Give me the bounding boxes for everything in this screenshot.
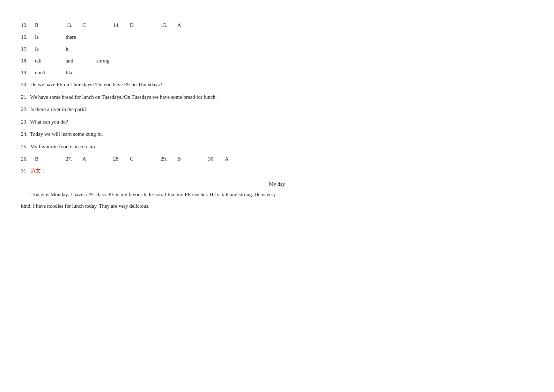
- answer-29: B: [177, 155, 198, 163]
- sentence-20-text: Do we have PE on Thursdays?/Do you have …: [30, 82, 162, 87]
- answer-28: C: [130, 155, 151, 163]
- answer-30-num: 30.: [208, 155, 215, 163]
- answer-26: B: [35, 155, 56, 163]
- answer-14-num: 14.: [113, 21, 120, 29]
- sentence-24-num: 24.: [21, 131, 28, 137]
- answer-31-label-row: 31. 范文：: [21, 167, 533, 175]
- answer-17-w2: it: [66, 45, 87, 53]
- sentence-24-text: Today we will learn some kung fu.: [30, 131, 103, 137]
- sentence-23-text: What can you do?: [30, 119, 68, 125]
- answer-17-words: Is it: [35, 45, 87, 53]
- answers-row-17: 17. Is it: [21, 45, 533, 53]
- sentence-22-num: 22.: [21, 106, 28, 112]
- answer-17-num: 17.: [21, 45, 35, 53]
- answer-29-num: 29.: [161, 155, 168, 163]
- answers-row-26-30: 26. B 27. A 28. C 29. B 30. A: [21, 155, 533, 163]
- answer-31-num: 31.: [21, 168, 28, 173]
- sentence-25: 25. My favourite food is ice cream.: [21, 142, 533, 151]
- answer-19-num: 19.: [21, 68, 35, 77]
- answer-28-num: 28.: [113, 155, 120, 163]
- answers-row-19: 19. don't like: [21, 68, 533, 77]
- answer-13: C: [82, 21, 103, 29]
- essay-para1: Today is Monday. I have a PE class. PE i…: [21, 190, 533, 199]
- answer-18-w1: tall: [35, 57, 56, 65]
- answers-26-30-group: B 27. A 28. C 29. B 30. A: [35, 155, 246, 163]
- answer-27: A: [82, 155, 103, 163]
- sentence-22: 22. Is there a river in the park?: [21, 105, 533, 114]
- sentence-21-text: We have some bread for lunch on Tuesdays…: [30, 94, 217, 100]
- sentence-25-num: 25.: [21, 144, 28, 149]
- sentence-25-text: My favourite food is ice cream.: [30, 144, 96, 149]
- answer-19-words: don't like: [35, 68, 87, 77]
- sentence-24: 24. Today we will learn some kung fu.: [21, 130, 533, 139]
- sentence-21: 21. We have some bread for lunch on Tues…: [21, 93, 533, 102]
- answer-16-words: Is there: [35, 33, 87, 41]
- answer-16-w2: there: [66, 33, 87, 41]
- answers-12-15-group: B 13. C 14. D 15. A: [35, 21, 198, 29]
- answer-12-num: 12.: [21, 21, 35, 29]
- answer-14: D: [130, 21, 151, 29]
- answer-26-num: 26.: [21, 155, 35, 163]
- answers-row-12-15: 12. B 13. C 14. D 15. A: [21, 21, 533, 29]
- answer-19-w1: don't: [35, 68, 56, 77]
- answer-30: A: [225, 155, 246, 163]
- sentence-23: 23. What can you do?: [21, 118, 533, 127]
- answer-16-w1: Is: [35, 33, 56, 41]
- answers-row-18: 18. tall and strong: [21, 57, 533, 65]
- answer-18-w3: strong: [96, 57, 117, 65]
- sentence-21-num: 21.: [21, 94, 28, 100]
- sentence-23-num: 23.: [21, 119, 28, 125]
- answer-18-num: 18.: [21, 57, 35, 65]
- answer-27-num: 27.: [66, 155, 73, 163]
- sentence-22-text: Is there a river in the park?: [30, 106, 87, 112]
- answer-18-w2: and: [66, 57, 87, 65]
- answer-17-w1: Is: [35, 45, 56, 53]
- answer-15-num: 15.: [161, 21, 168, 29]
- answers-row-16: 16. Is there: [21, 33, 533, 41]
- sentence-20: 20. Do we have PE on Thursdays?/Do you h…: [21, 80, 533, 89]
- answer-12: B: [35, 21, 56, 29]
- answer-16-num: 16.: [21, 33, 35, 41]
- answer-18-words: tall and strong: [35, 57, 117, 65]
- answer-31-chinese: 范文：: [30, 168, 46, 173]
- essay-title: My day: [21, 181, 533, 187]
- sentence-20-num: 20.: [21, 82, 28, 87]
- answer-19-w2: like: [66, 68, 87, 77]
- answer-13-num: 13.: [66, 21, 73, 29]
- answer-15: A: [177, 21, 198, 29]
- essay-para2: kind. I have noodles for lunch today. Th…: [21, 201, 533, 211]
